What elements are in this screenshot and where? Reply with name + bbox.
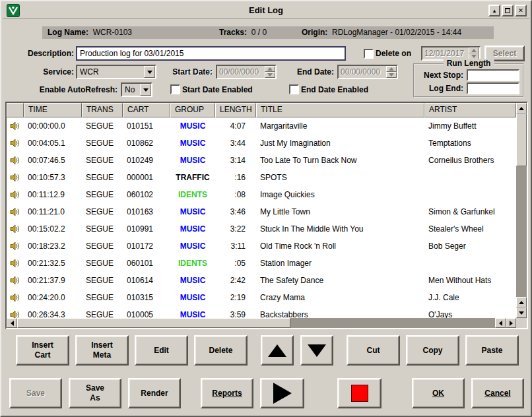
log-row[interactable]: 00:00:00.0 SEGUE 010151 MUSIC 4:07 Marga… (7, 117, 516, 135)
service-combo[interactable]: WCR (76, 65, 156, 79)
scroll-left-button[interactable] (7, 318, 17, 328)
insert-meta-button[interactable]: Insert Meta (75, 335, 129, 366)
col-header-artist[interactable]: ARTIST (424, 103, 516, 117)
cut-button[interactable]: Cut (347, 335, 400, 366)
log-row[interactable]: 00:15:02.2 SEGUE 010991 MUSIC 3:22 Stuck… (7, 220, 516, 238)
speaker-icon (10, 156, 20, 165)
row-icon-cell (7, 272, 24, 289)
row-group: MUSIC (170, 135, 215, 152)
row-title: Image Quickies (256, 186, 424, 203)
close-icon: ✕ (518, 8, 523, 14)
start-date-enabled-checkbox[interactable] (170, 84, 180, 94)
start-date-label: Start Date: (158, 65, 213, 79)
col-header-title[interactable]: TITLE (256, 103, 424, 117)
autorefresh-combo[interactable]: No (121, 82, 152, 97)
stop-icon (351, 385, 368, 402)
autorefresh-combo-arrow-button[interactable] (140, 84, 151, 96)
paste-button[interactable]: Paste (465, 335, 519, 366)
row-title: Old Time Rock 'n Roll (256, 238, 424, 255)
row-length: 3:14 (215, 152, 256, 169)
row-title: My Little Town (256, 203, 424, 220)
log-name-value: WCR-0103 (93, 28, 132, 37)
maximize-icon (505, 8, 510, 13)
move-down-button[interactable] (300, 335, 333, 366)
log-row[interactable]: 00:10:57.3 SEGUE 000001 TRAFFIC :16 SPOT… (7, 169, 516, 186)
vertical-scroll-thumb[interactable] (516, 113, 527, 166)
ok-button[interactable]: OK (412, 378, 465, 408)
start-date-spinner: 00/00/0000 (216, 65, 277, 79)
titlebar[interactable]: Edit Log ▴ ✕ (3, 3, 529, 19)
window-title: Edit Log (3, 3, 529, 18)
row-trans: SEGUE (82, 117, 123, 135)
close-button[interactable]: ✕ (515, 5, 527, 16)
row-length: 2:42 (215, 272, 256, 289)
log-body: 00:00:00.0 SEGUE 010151 MUSIC 4:07 Marga… (7, 117, 516, 318)
description-input[interactable] (76, 46, 346, 61)
cancel-button[interactable]: Cancel (471, 378, 524, 408)
spin-up-icon (267, 67, 273, 71)
row-artist: Bob Seger (424, 238, 516, 255)
end-date-enabled-checkbox[interactable] (289, 84, 299, 94)
row-time: 00:04:05.1 (24, 135, 82, 152)
delete-on-checkbox[interactable] (364, 49, 374, 59)
row-artist: Jimmy Buffett (424, 117, 516, 135)
log-list-header: TIME TRANS CART GROUP LENGTH TITLE ARTIS… (7, 103, 516, 117)
horizontal-scroll-thumb[interactable] (17, 318, 290, 328)
scroll-up-button-2[interactable] (516, 297, 527, 307)
end-date-value: 00/00/0000 (339, 66, 386, 78)
log-row[interactable]: 00:26:34.3 SEGUE 010005 MUSIC 3:59 Backs… (7, 306, 516, 318)
col-header-time[interactable]: TIME (24, 103, 82, 117)
row-cart: 010172 (123, 238, 170, 255)
reports-button[interactable]: Reports (201, 378, 253, 408)
col-header-length[interactable]: LENGTH (215, 103, 256, 117)
log-row[interactable]: 00:04:05.1 SEGUE 010862 MUSIC 3:44 Just … (7, 135, 516, 152)
col-header-cart[interactable]: CART (123, 103, 170, 117)
spin-down-button (386, 72, 397, 78)
shade-button[interactable]: ▴ (488, 5, 500, 16)
service-combo-arrow-button[interactable] (144, 66, 155, 78)
play-icon (273, 383, 292, 404)
start-date-enabled-label: Start Date Enabled (182, 82, 253, 97)
render-button[interactable]: Render (128, 378, 181, 408)
log-row[interactable]: 00:11:12.9 SEGUE 060102 IDENTS :08 Image… (7, 186, 516, 203)
col-header-icon[interactable] (7, 103, 24, 117)
maximize-button[interactable] (502, 5, 514, 16)
log-row[interactable]: 00:07:46.5 SEGUE 010249 MUSIC 3:14 Too L… (7, 152, 516, 169)
row-artist: Simon & Garfunkel (424, 203, 516, 220)
scroll-right-button[interactable] (506, 318, 516, 328)
col-header-group[interactable]: GROUP (170, 103, 215, 117)
scroll-up-button[interactable] (516, 103, 527, 113)
edit-button[interactable]: Edit (135, 335, 188, 366)
move-up-button[interactable] (261, 335, 294, 366)
scroll-down-button[interactable] (516, 307, 527, 318)
spin-down-icon (471, 55, 477, 58)
scroll-left-button-2[interactable] (495, 318, 506, 328)
row-title: Backstabbers (256, 306, 424, 318)
stop-button[interactable] (337, 378, 382, 408)
save-as-button[interactable]: Save As (69, 378, 121, 408)
row-time: 00:10:57.3 (24, 169, 82, 186)
log-row[interactable]: 00:11:21.0 SEGUE 010163 MUSIC 3:46 My Li… (7, 203, 516, 220)
log-row[interactable]: 00:21:37.9 SEGUE 010614 MUSIC 2:42 The S… (7, 272, 516, 289)
speaker-icon (10, 173, 20, 182)
row-artist: Corneilus Brothers (424, 152, 516, 169)
log-row[interactable]: 00:21:32.5 SEGUE 060101 IDENTS :05 Stati… (7, 255, 516, 272)
delete-button[interactable]: Delete (194, 335, 248, 366)
row-icon-cell (7, 169, 24, 186)
log-row[interactable]: 00:18:23.2 SEGUE 010172 MUSIC 3:11 Old T… (7, 238, 516, 255)
copy-button[interactable]: Copy (406, 335, 459, 366)
play-button[interactable] (260, 378, 304, 408)
horizontal-scrollbar[interactable] (7, 318, 516, 328)
row-trans: SEGUE (82, 306, 123, 318)
row-cart: 010249 (123, 152, 170, 169)
log-list: TIME TRANS CART GROUP LENGTH TITLE ARTIS… (5, 102, 528, 329)
arrow-down-icon (519, 311, 524, 315)
speaker-icon (10, 190, 20, 199)
speaker-icon (10, 293, 20, 302)
insert-cart-button[interactable]: Insert Cart (16, 335, 69, 366)
col-header-trans[interactable]: TRANS (82, 103, 123, 117)
vertical-scrollbar[interactable] (516, 103, 527, 318)
row-icon-cell (7, 117, 24, 135)
log-row[interactable]: 00:24:20.0 SEGUE 010315 MUSIC 2:19 Crazy… (7, 289, 516, 306)
row-title: Too Late To Turn Back Now (256, 152, 424, 169)
